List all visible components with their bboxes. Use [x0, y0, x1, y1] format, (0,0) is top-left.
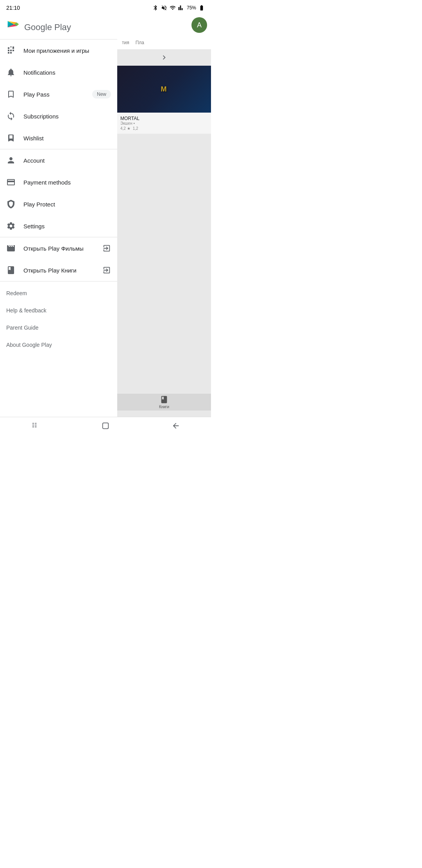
- drawer-header: Google Play: [0, 14, 117, 39]
- avatar: A: [191, 17, 207, 33]
- rating-value: 4,2 ★: [120, 126, 131, 131]
- settings-label: Settings: [23, 223, 111, 230]
- wishlist-label: Wishlist: [23, 135, 111, 142]
- game-subtitle: Экшен •: [120, 121, 208, 126]
- external-link-icon: [102, 244, 111, 253]
- menu-section-apps: Открыть Play Фильмы Открыть Play Книги: [0, 237, 117, 282]
- menu-section-main: Мои приложения и игры Notifications Play…: [0, 39, 117, 149]
- drawer: Google Play Мои приложения и игры Notifi…: [0, 14, 117, 434]
- sidebar-item-account[interactable]: Account: [0, 149, 117, 171]
- parent-guide-link[interactable]: Parent Guide: [0, 319, 117, 336]
- right-arrow-container: [117, 49, 211, 66]
- sidebar-item-notifications[interactable]: Notifications: [0, 61, 117, 83]
- review-count: 1,2: [133, 126, 138, 131]
- svg-rect-9: [35, 426, 37, 427]
- about-link[interactable]: About Google Play: [0, 336, 117, 353]
- battery-icon: [198, 5, 205, 11]
- bottom-links: Redeem Help & feedback Parent Guide Abou…: [0, 282, 117, 357]
- film-icon: [6, 244, 16, 253]
- home-button[interactable]: [94, 417, 117, 434]
- subscriptions-label: Subscriptions: [23, 113, 111, 120]
- recents-icon: [31, 421, 39, 430]
- status-time: 21:10: [6, 5, 20, 11]
- sidebar-item-play-books[interactable]: Открыть Play Книги: [0, 259, 117, 281]
- svg-rect-8: [35, 425, 37, 425]
- bookmark-icon: [6, 90, 16, 99]
- right-panel-tabs: тия Пла: [117, 36, 211, 49]
- back-icon: [172, 421, 180, 430]
- about-label: About Google Play: [6, 342, 52, 348]
- right-panel-header: A: [117, 14, 211, 36]
- svg-rect-4: [32, 423, 34, 423]
- books-icon: [160, 395, 168, 404]
- play-pass-badge: New: [92, 90, 111, 99]
- signal-icon: [178, 5, 184, 11]
- play-books-label: Открыть Play Книги: [23, 267, 95, 274]
- right-panel: A тия Пла M MORTAL Экшен • 4,2 ★ 1,2 Кни…: [117, 14, 211, 434]
- person-icon: [6, 156, 16, 165]
- books-tab: Книги: [157, 394, 171, 411]
- sidebar-item-settings[interactable]: Settings: [0, 215, 117, 237]
- bluetooth-icon: [152, 5, 159, 11]
- svg-rect-10: [103, 423, 109, 429]
- play-movies-label: Открыть Play Фильмы: [23, 245, 95, 252]
- home-icon: [101, 421, 110, 430]
- parent-guide-label: Parent Guide: [6, 325, 39, 331]
- play-store-logo-icon: [6, 20, 20, 34]
- help-label: Help & feedback: [6, 307, 46, 314]
- tab-2: Пла: [134, 38, 146, 47]
- payment-label: Payment methods: [23, 179, 111, 186]
- book-icon: [6, 265, 16, 275]
- svg-rect-6: [32, 426, 34, 427]
- redeem-label: Redeem: [6, 290, 27, 296]
- game-title: MORTAL: [120, 116, 208, 121]
- battery-level: 75%: [187, 5, 196, 11]
- mute-icon: [161, 5, 167, 11]
- sidebar-item-play-pass[interactable]: Play Pass New: [0, 83, 117, 105]
- sidebar-item-play-protect[interactable]: Play Protect: [0, 193, 117, 215]
- app-title: Google Play: [24, 22, 71, 32]
- external-link-2-icon: [102, 266, 111, 274]
- status-bar: 21:10 75%: [0, 0, 211, 14]
- google-play-logo: Google Play: [6, 20, 71, 34]
- play-pass-label: Play Pass: [23, 91, 84, 98]
- menu-section-account: Account Payment methods Play Protect Set…: [0, 149, 117, 237]
- svg-rect-5: [32, 425, 34, 425]
- card-icon: [6, 178, 16, 187]
- wishlist-icon: [6, 133, 16, 143]
- svg-rect-7: [35, 423, 37, 423]
- recents-button[interactable]: [23, 417, 47, 434]
- sidebar-item-wishlist[interactable]: Wishlist: [0, 127, 117, 149]
- account-label: Account: [23, 157, 111, 164]
- page-container: Google Play Мои приложения и игры Notifi…: [0, 14, 211, 434]
- game-thumbnail: M: [117, 66, 211, 113]
- gear-icon: [6, 221, 16, 231]
- redeem-link[interactable]: Redeem: [0, 285, 117, 302]
- bottom-navigation-bar: [0, 417, 211, 434]
- help-link[interactable]: Help & feedback: [0, 302, 117, 319]
- bell-icon: [6, 68, 16, 77]
- books-label: Книги: [159, 405, 169, 409]
- sidebar-item-payment[interactable]: Payment methods: [0, 171, 117, 193]
- play-protect-label: Play Protect: [23, 201, 111, 208]
- shield-icon: [6, 199, 16, 209]
- back-button[interactable]: [164, 417, 188, 434]
- sidebar-item-play-movies[interactable]: Открыть Play Фильмы: [0, 237, 117, 259]
- arrow-right-icon: [160, 53, 168, 62]
- wifi-icon: [170, 5, 176, 11]
- my-apps-label: Мои приложения и игры: [23, 47, 111, 54]
- game-info: MORTAL Экшен • 4,2 ★ 1,2: [117, 113, 211, 134]
- notifications-label: Notifications: [23, 69, 111, 76]
- tab-1: тия: [120, 38, 131, 47]
- game-rating: 4,2 ★ 1,2: [120, 126, 208, 131]
- status-icons: 75%: [152, 5, 205, 11]
- books-section: Книги: [117, 394, 211, 411]
- apps-icon: [6, 46, 16, 55]
- sidebar-item-my-apps[interactable]: Мои приложения и игры: [0, 39, 117, 61]
- refresh-icon: [6, 111, 16, 121]
- sidebar-item-subscriptions[interactable]: Subscriptions: [0, 105, 117, 127]
